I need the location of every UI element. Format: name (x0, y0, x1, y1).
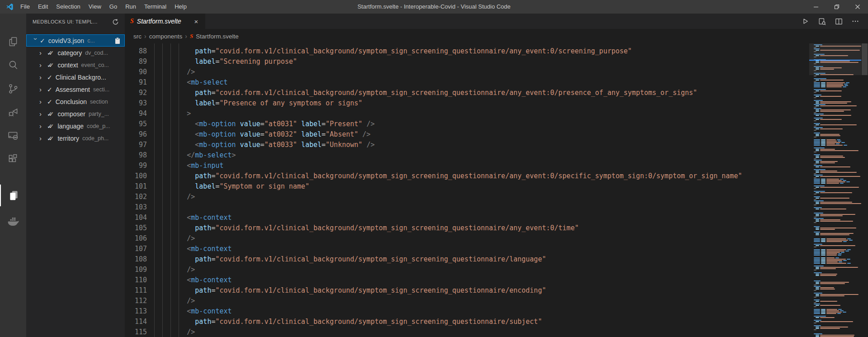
chevron-right-icon[interactable]: › (39, 62, 47, 68)
code-line[interactable]: 109 /> (125, 265, 808, 275)
code-line[interactable]: 97 <mb-option value="at0033" label="Unkn… (125, 140, 808, 150)
code-text: /> (154, 67, 195, 77)
line-number: 98 (125, 150, 147, 161)
line-number: 108 (125, 254, 147, 265)
activity-item-docker[interactable] (0, 211, 26, 233)
code-area[interactable]: 88 path="covid.form.v1/clinical_backgrou… (125, 43, 868, 337)
editor-scrollbar[interactable] (861, 43, 868, 337)
code-line[interactable]: 110 <mb-context (125, 275, 808, 285)
clipboard-icon[interactable] (114, 37, 121, 44)
chevron-right-icon[interactable]: › (39, 86, 47, 93)
menu-view[interactable]: View (85, 0, 105, 14)
restore-icon[interactable] (826, 0, 847, 14)
check-icon: ✓ (47, 74, 52, 81)
tab-startform-svelte[interactable]: S Startform.svelte × (125, 14, 205, 29)
breadcrumb-item[interactable]: components (149, 33, 183, 40)
menu-edit[interactable]: Edit (34, 0, 52, 14)
activity-item-search[interactable] (0, 54, 26, 76)
run-icon[interactable] (800, 16, 810, 26)
code-line[interactable]: 113 <mb-context (125, 306, 808, 317)
code-line[interactable]: 115 /> (125, 327, 808, 337)
search-editor-icon[interactable] (817, 16, 827, 26)
code-line[interactable]: 93 label="Presence of any symptoms or si… (125, 98, 808, 109)
activity-item-extensions[interactable] (0, 148, 26, 170)
code-line[interactable]: 100 path="covid.form.v1/clinical_backgro… (125, 171, 808, 181)
activity-item-medblocks-ui[interactable] (0, 185, 26, 206)
tree-item-composer[interactable]: ›✓✓composerparty_... (26, 108, 125, 120)
chevron-right-icon[interactable]: › (39, 123, 47, 129)
code-line[interactable]: 89 label="Screening purpose" (125, 57, 808, 67)
tree-item-label: composer (57, 110, 85, 118)
tree-item-context[interactable]: ›✓✓contextevent_co... (26, 59, 125, 71)
scrollbar-thumb[interactable] (862, 43, 868, 75)
close-icon[interactable] (847, 0, 868, 14)
minimize-icon[interactable] (806, 0, 826, 14)
chevron-right-icon[interactable]: › (39, 110, 47, 117)
tree-item-label: language (57, 123, 84, 130)
code-line[interactable]: 104 <mb-context (125, 213, 808, 223)
code-line[interactable]: 103 (125, 202, 808, 213)
code-line[interactable]: 95 <mb-option value="at0031" label="Pres… (125, 119, 808, 129)
menu-file[interactable]: File (16, 0, 34, 14)
code-line[interactable]: 107 <mb-context (125, 244, 808, 254)
menu-go[interactable]: Go (105, 0, 121, 14)
code-line[interactable]: 111 path="covid.form.v1/clinical_backgro… (125, 285, 808, 296)
tab-label: Startform.svelte (137, 18, 181, 25)
menu-help[interactable]: Help (170, 0, 191, 14)
code-line[interactable]: 101 label="Symptom or sign name" (125, 181, 808, 192)
minimap-current-line (809, 60, 861, 61)
chevron-right-icon[interactable]: › (39, 98, 47, 105)
code-text: path="covid.form.v1/clinical_background/… (154, 285, 546, 296)
tree-item-covidv3-json[interactable]: ›✓covidV3.jsonc... (26, 34, 125, 47)
menu-run[interactable]: Run (121, 0, 140, 14)
line-number: 92 (125, 88, 147, 98)
code-line[interactable]: 108 path="covid.form.v1/clinical_backgro… (125, 254, 808, 265)
chevron-right-icon[interactable]: › (39, 135, 47, 142)
minimap[interactable] (809, 43, 861, 337)
tree-item-assessment[interactable]: ›✓Assessmentsecti... (26, 83, 125, 95)
menu-selection[interactable]: Selection (52, 0, 84, 14)
code-line[interactable]: 92 path="covid.form.v1/clinical_backgrou… (125, 88, 808, 98)
code-line[interactable]: 112 /> (125, 296, 808, 306)
more-actions-icon[interactable] (850, 16, 860, 26)
code-line[interactable]: 102 /> (125, 192, 808, 202)
split-editor-icon[interactable] (834, 16, 844, 26)
breadcrumb-item[interactable]: Startform.svelte (196, 33, 239, 40)
tree-item-clinical-backgro-[interactable]: ›✓Clinical Backgro... (26, 71, 125, 83)
chevron-right-icon[interactable]: › (39, 49, 47, 56)
minimap-content (810, 44, 860, 337)
code-line[interactable]: 114 path="covid.form.v1/clinical_backgro… (125, 317, 808, 327)
activity-item-source-control[interactable] (0, 78, 26, 100)
activity-item-remote-explorer[interactable] (0, 125, 26, 147)
code-line[interactable]: 91 <mb-select (125, 77, 808, 88)
double-check-icon: ✓✓ (47, 110, 54, 118)
activity-item-explorer[interactable] (0, 31, 26, 52)
tree-item-category[interactable]: ›✓✓categorydv_cod... (26, 47, 125, 59)
menu-terminal[interactable]: Terminal (140, 0, 170, 14)
code-line[interactable]: 96 <mb-option value="at0032" label="Abse… (125, 129, 808, 140)
refresh-icon[interactable] (110, 17, 120, 27)
code-line[interactable]: 90 /> (125, 67, 808, 77)
tree-item-language[interactable]: ›✓✓languagecode_p... (26, 120, 125, 132)
code-line[interactable]: 105 path="covid.form.v1/clinical_backgro… (125, 223, 808, 233)
tree-item-label: Assessment (56, 86, 90, 93)
tab-close-icon[interactable]: × (192, 17, 201, 26)
minimap-slider[interactable] (809, 43, 861, 75)
chevron-right-icon[interactable]: › (39, 74, 47, 81)
double-check-icon: ✓✓ (47, 62, 54, 69)
line-number: 89 (125, 57, 147, 67)
code-line[interactable]: 98 </mb-select> (125, 150, 808, 161)
code-line[interactable]: 88 path="covid.form.v1/clinical_backgrou… (125, 46, 808, 57)
breadcrumb-item[interactable]: src (133, 33, 142, 40)
chevron-down-icon[interactable]: › (33, 38, 39, 46)
tree-item-territory[interactable]: ›✓✓territorycode_ph... (26, 132, 125, 144)
tree-item-label: context (57, 62, 78, 69)
activity-bar (0, 14, 26, 337)
medblocks-ui-icon (8, 190, 19, 201)
check-icon: ✓ (47, 98, 52, 105)
code-line[interactable]: 106 /> (125, 233, 808, 244)
tree-item-conclusion[interactable]: ›✓Conclusionsection (26, 95, 125, 108)
code-line[interactable]: 94 > (125, 109, 808, 119)
code-line[interactable]: 99 <mb-input (125, 161, 808, 171)
activity-item-run-debug[interactable] (0, 101, 26, 123)
